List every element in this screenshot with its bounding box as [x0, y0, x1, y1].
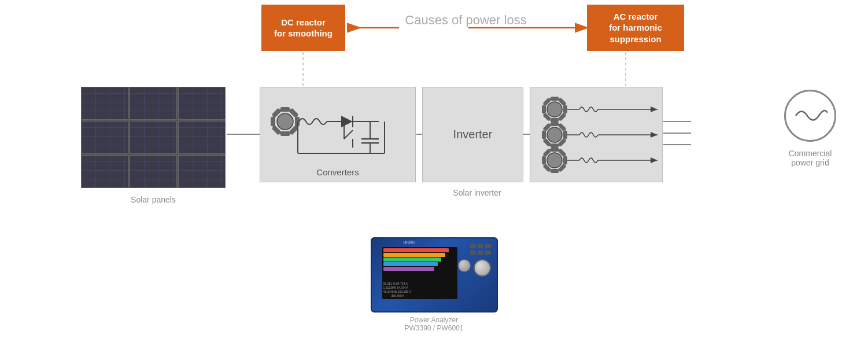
svg-rect-42	[551, 118, 559, 122]
commercial-power-grid-section: Commercial power grid	[784, 90, 836, 167]
converter-circuit	[263, 90, 413, 171]
svg-rect-38	[551, 97, 559, 101]
svg-marker-74	[651, 157, 658, 163]
main-diagram: DC reactorfor smoothing AC reactorfor ha…	[0, 0, 868, 364]
ctrl-btn	[478, 251, 483, 255]
waveform-purple	[383, 267, 434, 271]
svg-rect-44	[542, 105, 546, 113]
svg-rect-48	[551, 122, 559, 126]
dc-reactor-box: DC reactorfor smoothing	[261, 5, 345, 51]
knob-row	[458, 259, 491, 277]
ac-reactor-circuit-box	[530, 87, 663, 182]
solar-cell	[130, 87, 177, 120]
svg-rect-62	[551, 169, 559, 173]
ctrl-btn	[470, 244, 476, 248]
ac-reactor-label: AC reactorfor harmonicsuppression	[609, 11, 662, 45]
solar-cell	[130, 155, 177, 188]
solar-inverter-label: Solar inverter	[437, 188, 518, 197]
svg-marker-72	[651, 106, 658, 112]
waveform-red	[383, 248, 449, 252]
commercial-power-grid-label: Commercial power grid	[789, 149, 832, 167]
svg-marker-23	[341, 116, 353, 127]
svg-rect-52	[551, 144, 559, 148]
sine-wave-icon	[793, 104, 828, 127]
svg-point-47	[547, 127, 562, 142]
dc-reactor-label: DC reactorfor smoothing	[274, 17, 333, 39]
waveform-blue	[383, 262, 438, 266]
causes-title-text: Causes of power loss	[405, 13, 526, 27]
instrument-controls	[458, 244, 491, 277]
solar-cell	[81, 121, 128, 154]
waveform-green	[383, 258, 442, 262]
brand-label: HIOKI	[404, 240, 415, 244]
instrument-screen: 96.011 % 54.764 A 1.6133kW 54.764 A 43.2…	[382, 247, 457, 299]
svg-rect-64	[542, 156, 546, 164]
svg-rect-18	[280, 131, 290, 136]
svg-point-37	[547, 102, 562, 117]
svg-rect-60	[563, 156, 567, 164]
waveform-display	[382, 247, 457, 279]
ctrl-btn	[485, 251, 491, 255]
svg-line-27	[344, 130, 353, 139]
solar-cell	[178, 121, 226, 154]
instrument-body: 96.011 % 54.764 A 1.6133kW 54.764 A 43.2…	[371, 237, 498, 312]
button-row-1	[470, 244, 491, 248]
button-row-2	[470, 251, 491, 255]
svg-marker-73	[651, 132, 658, 138]
solar-cell	[81, 155, 128, 188]
svg-rect-58	[551, 148, 559, 152]
svg-rect-50	[563, 131, 567, 139]
ctrl-btn	[485, 244, 491, 248]
svg-rect-54	[542, 131, 546, 139]
instrument-name-label: Power Analyzer PW3390 / PW6001	[404, 316, 463, 332]
svg-rect-20	[271, 117, 275, 126]
instrument-section: 96.011 % 54.764 A 1.6133kW 54.764 A 43.2…	[371, 237, 498, 332]
ctrl-knob-large	[474, 259, 491, 277]
causes-title: Causes of power loss	[347, 13, 585, 28]
screen-data-text: 96.011 % 54.764 A 1.6133kW 54.764 A 43.2…	[383, 282, 456, 298]
solar-cell	[130, 121, 177, 154]
solar-cell	[178, 87, 226, 120]
solar-cell	[178, 155, 226, 188]
waveform-orange	[383, 253, 445, 257]
ac-reactor-box: AC reactorfor harmonicsuppression	[587, 5, 684, 51]
power-grid-circle	[784, 90, 836, 142]
inverter-label: Inverter	[453, 128, 493, 141]
solar-panel-grid	[81, 87, 226, 188]
ctrl-btn	[478, 244, 483, 248]
svg-rect-40	[563, 105, 567, 113]
solar-cell	[81, 87, 128, 120]
inverter-box: Inverter	[422, 87, 523, 182]
solar-panels-section: Solar panels	[81, 87, 226, 204]
svg-rect-14	[280, 107, 290, 112]
ctrl-knob-small	[458, 259, 471, 272]
svg-point-13	[277, 113, 293, 130]
solar-panels-label: Solar panels	[131, 195, 176, 204]
ac-reactor-circuit-svg	[530, 87, 663, 183]
ctrl-btn	[470, 251, 476, 255]
svg-point-57	[547, 153, 562, 168]
